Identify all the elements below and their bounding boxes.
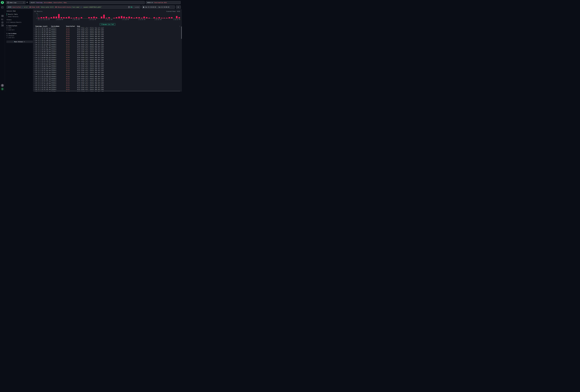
row-expand-chevron-icon[interactable] xyxy=(34,78,35,79)
histogram-bar[interactable] xyxy=(153,17,155,18)
row-expand-chevron-icon[interactable] xyxy=(34,51,35,52)
table-row[interactable]: Jun 11 1:55:39.324 PM payment error Visa… xyxy=(33,41,181,43)
table-row[interactable]: Jun 11 1:54:43.948 PM payment error Visa… xyxy=(33,49,181,51)
histogram-bar[interactable] xyxy=(96,17,97,18)
row-expand-chevron-icon[interactable] xyxy=(34,83,35,84)
histogram-bar[interactable] xyxy=(136,17,137,18)
histogram-bar[interactable] xyxy=(108,17,110,18)
collapse-panel-icon[interactable] xyxy=(0,6,5,8)
histogram-bar[interactable] xyxy=(178,17,180,18)
table-row[interactable]: Jun 11 1:54:26.230 PM payment error Visa… xyxy=(33,53,181,54)
sql-toggle[interactable]: SQL xyxy=(131,6,133,8)
histogram-bar[interactable] xyxy=(78,18,80,18)
order-by-input[interactable]: ORDER BY TimestampTime DESC xyxy=(146,1,181,4)
table-row[interactable]: Jun 11 1:51:47.229 PM payment error Visa… xyxy=(33,83,181,85)
row-expand-chevron-icon[interactable] xyxy=(34,68,35,69)
table-row[interactable]: Jun 11 1:52:30.469 PM payment error Visa… xyxy=(33,73,181,75)
histogram-bar[interactable] xyxy=(81,17,82,18)
row-expand-chevron-icon[interactable] xyxy=(34,89,35,90)
row-expand-chevron-icon[interactable] xyxy=(34,55,35,56)
sessions-laptop-icon[interactable] xyxy=(0,21,5,23)
histogram-bar[interactable] xyxy=(68,16,70,18)
row-expand-chevron-icon[interactable] xyxy=(34,59,35,60)
row-expand-chevron-icon[interactable] xyxy=(34,72,35,73)
histogram-bar[interactable] xyxy=(171,17,172,18)
histogram-bar[interactable] xyxy=(166,18,167,18)
histogram-bar[interactable] xyxy=(41,17,42,18)
table-row[interactable]: Jun 11 1:54:52.241 PM payment error Visa… xyxy=(33,47,181,49)
histogram-bar[interactable] xyxy=(53,16,55,18)
histogram-bar[interactable] xyxy=(101,16,102,18)
lucene-toggle[interactable]: Lucene xyxy=(135,6,139,8)
table-row[interactable]: Jun 11 1:56:38.534 PM payment error Visa… xyxy=(33,30,181,32)
source-selector[interactable]: Demo Logs xyxy=(6,1,25,4)
histogram-bar[interactable] xyxy=(91,17,92,18)
table-row[interactable]: Jun 11 1:54:09.906 PM payment error Visa… xyxy=(33,54,181,56)
row-expand-chevron-icon[interactable] xyxy=(34,91,35,92)
histogram-bar[interactable] xyxy=(168,17,170,18)
load-more-severitytext[interactable]: Load more xyxy=(5,29,33,31)
row-expand-chevron-icon[interactable] xyxy=(34,44,35,45)
histogram-bar[interactable] xyxy=(143,16,145,18)
load-more-servicename[interactable]: Load more xyxy=(5,37,33,39)
table-row[interactable]: Jun 11 1:55:51.448 PM payment error Visa… xyxy=(33,39,181,41)
histogram-bar[interactable] xyxy=(146,17,147,18)
row-expand-chevron-icon[interactable] xyxy=(34,57,35,58)
histogram-bar[interactable] xyxy=(58,14,60,18)
column-settings-icon[interactable]: ⋮ xyxy=(179,25,180,27)
histogram-bar[interactable] xyxy=(113,18,115,18)
histogram-bar[interactable] xyxy=(129,16,130,18)
histogram-bar[interactable] xyxy=(141,18,143,18)
histogram-bar[interactable] xyxy=(93,16,95,18)
time-range-picker[interactable]: Jun 11 13:41:52 - Jun 11 13:56:52 xyxy=(142,5,175,9)
histogram-bar[interactable] xyxy=(126,17,127,18)
table-row[interactable]: Jun 11 1:52:35.232 PM payment error Visa… xyxy=(33,72,181,73)
table-row[interactable]: Jun 11 1:56:42.995 PM payment error Visa… xyxy=(33,28,181,30)
table-row[interactable]: Jun 11 1:55:16.296 PM payment error Visa… xyxy=(33,43,181,45)
where-query-input[interactable]: WHERE SeverityText = 'error' AND Body IL… xyxy=(6,5,141,9)
histogram-bar[interactable] xyxy=(103,15,105,18)
row-expand-chevron-icon[interactable] xyxy=(34,70,35,71)
table-row[interactable]: Jun 11 1:53:24.274 PM payment error Visa… xyxy=(33,62,181,64)
table-row[interactable]: Jun 11 1:55:07.827 PM payment error Visa… xyxy=(33,45,181,47)
histogram-bar[interactable] xyxy=(106,18,107,18)
histogram-bar[interactable] xyxy=(161,18,162,18)
table-row[interactable]: Jun 11 1:51:57.712 PM payment error Visa… xyxy=(33,81,181,83)
filter-option-checkbox[interactable] xyxy=(6,27,8,28)
row-expand-chevron-icon[interactable] xyxy=(34,87,35,88)
histogram-bar[interactable] xyxy=(118,16,120,18)
row-expand-chevron-icon[interactable] xyxy=(34,34,35,35)
histogram-bar[interactable] xyxy=(51,17,52,18)
table-row[interactable]: Jun 11 1:51:31.415 PM payment error Visa… xyxy=(33,89,181,91)
column-resize-handle[interactable] xyxy=(76,26,76,27)
histogram-bar[interactable] xyxy=(48,18,50,18)
row-expand-chevron-icon[interactable] xyxy=(34,49,35,50)
sidebar-item-results-table[interactable]: Results Table xyxy=(7,13,18,15)
row-expand-chevron-icon[interactable] xyxy=(34,79,35,81)
horizontal-scrollbar-thumb[interactable] xyxy=(35,91,180,91)
table-row[interactable]: Jun 11 1:53:10.922 PM payment error Visa… xyxy=(33,64,181,66)
row-expand-chevron-icon[interactable] xyxy=(34,36,35,37)
table-row[interactable]: Jun 11 1:51:39.115 PM payment error Visa… xyxy=(33,87,181,89)
filter-option-checkbox[interactable] xyxy=(6,35,8,36)
row-expand-chevron-icon[interactable] xyxy=(34,42,35,43)
vertical-scrollbar-thumb[interactable] xyxy=(181,26,182,39)
histogram-bar[interactable] xyxy=(43,17,44,18)
more-filters-button[interactable]: More filters xyxy=(6,40,33,43)
help-button[interactable]: ? xyxy=(1,84,4,87)
row-expand-chevron-icon[interactable] xyxy=(34,32,35,33)
histogram-bar[interactable] xyxy=(63,17,65,18)
histogram-bar[interactable] xyxy=(148,18,150,18)
histogram-bar[interactable] xyxy=(134,18,135,18)
row-expand-chevron-icon[interactable] xyxy=(34,81,35,82)
table-row[interactable]: Jun 11 1:56:08.948 PM payment error Visa… xyxy=(33,34,181,36)
search-logs-icon[interactable] xyxy=(0,15,5,17)
histogram-bar[interactable] xyxy=(73,18,75,18)
column-resize-handle[interactable] xyxy=(65,26,65,27)
row-expand-chevron-icon[interactable] xyxy=(34,53,35,54)
histogram-bar[interactable] xyxy=(116,17,117,18)
avatar[interactable]: U xyxy=(1,88,4,91)
table-row[interactable]: Jun 11 1:56:32.843 PM payment error Visa… xyxy=(33,32,181,34)
histogram-bar[interactable] xyxy=(131,17,132,18)
row-expand-chevron-icon[interactable] xyxy=(34,66,35,67)
